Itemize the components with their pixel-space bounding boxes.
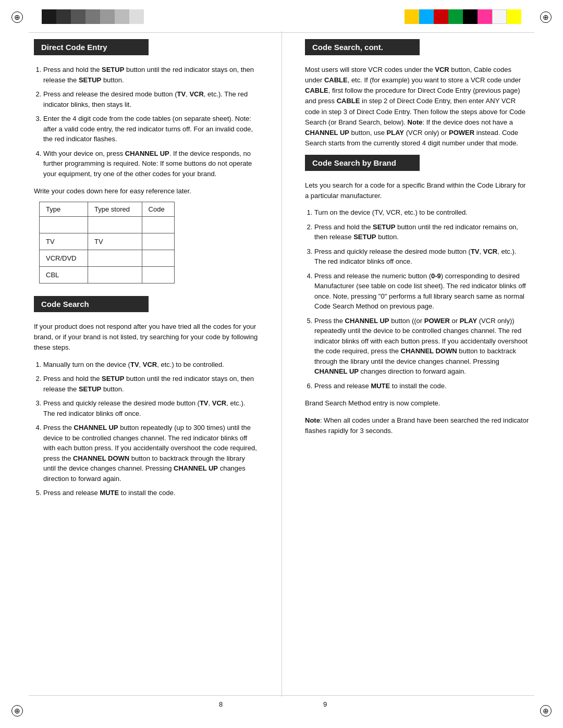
color-swatch xyxy=(448,9,463,24)
color-swatch xyxy=(405,9,419,24)
section-title-code-search: Code Search xyxy=(41,300,89,309)
reg-mark-br: ⊕ xyxy=(540,705,552,717)
color-swatch xyxy=(56,9,71,24)
section-title-direct-code-entry: Direct Code Entry xyxy=(41,43,107,52)
section-code-search: Code Search If your product does not res… xyxy=(34,296,258,498)
table-row: VCR/DVD xyxy=(40,250,175,267)
list-item: Manually turn on the device (TV, VCR, et… xyxy=(43,360,258,370)
list-item: Press the CHANNEL UP button ((or POWER o… xyxy=(314,316,529,377)
page-number-left: 8 xyxy=(219,700,223,708)
table-cell-vcr-stored xyxy=(88,250,142,267)
code-table-intro: Write your codes down here for easy refe… xyxy=(34,186,258,196)
page-number-right: 9 xyxy=(323,700,327,708)
table-row: CBL xyxy=(40,267,175,283)
table-cell-cbl-code xyxy=(142,267,174,283)
list-item: Press and quickly release the desired mo… xyxy=(43,398,258,418)
right-column: Code Search, cont. Most users will store… xyxy=(282,0,563,728)
color-swatch xyxy=(478,9,492,24)
table-cell-cbl: CBL xyxy=(40,267,88,283)
list-item: With your device on, press CHANNEL UP. I… xyxy=(43,149,258,179)
section-header-code-search-cont: Code Search, cont. xyxy=(305,39,420,55)
section-header-code-search-brand: Code Search by Brand xyxy=(305,155,420,171)
table-cell-vcr: VCR/DVD xyxy=(40,250,88,267)
list-item: Press and quickly release the desired mo… xyxy=(314,246,529,267)
table-cell-tv-stored: TV xyxy=(88,233,142,250)
section-direct-code-entry: Direct Code Entry Press and hold the SET… xyxy=(34,39,258,283)
color-swatch xyxy=(507,9,521,24)
color-swatch xyxy=(419,9,434,24)
table-cell-cbl-stored xyxy=(88,267,142,283)
color-bar-right xyxy=(405,9,521,24)
section-title-code-search-cont: Code Search, cont. xyxy=(312,43,383,52)
brand-search-outro1: Brand Search Method entry is now complet… xyxy=(305,398,529,409)
page-num-left-value: 8 xyxy=(219,700,223,708)
list-item: Press and release the numeric button (0-… xyxy=(314,271,529,312)
list-item: Press and hold the SETUP button until th… xyxy=(43,374,258,394)
code-search-brand-intro: Lets you search for a code for a specifi… xyxy=(305,180,529,201)
code-search-steps: Manually turn on the device (TV, VCR, et… xyxy=(34,360,258,498)
list-item: Press and release the desired mode butto… xyxy=(43,89,258,109)
page-divider xyxy=(282,31,282,697)
code-reference-table: Type Type stored Code TV TV xyxy=(39,202,175,283)
table-cell xyxy=(40,217,88,233)
code-search-brand-steps: Turn on the device (TV, VCR, etc.) to be… xyxy=(305,207,529,391)
table-cell xyxy=(88,217,142,233)
list-item: Press and hold the SETUP button until th… xyxy=(43,65,258,85)
reg-mark-tl: ⊕ xyxy=(11,11,23,23)
code-search-intro: If your product does not respond after y… xyxy=(34,322,258,353)
section-title-code-search-brand: Code Search by Brand xyxy=(312,158,396,167)
table-header-type: Type xyxy=(40,202,88,217)
list-item: Press and hold the SETUP button until th… xyxy=(314,222,529,242)
table-cell-tv-code xyxy=(142,233,174,250)
table-row: TV TV xyxy=(40,233,175,250)
color-swatch xyxy=(42,9,56,24)
table-cell-vcr-code xyxy=(142,250,174,267)
color-swatch xyxy=(492,9,507,24)
direct-code-entry-steps: Press and hold the SETUP button until th… xyxy=(34,65,258,179)
table-cell xyxy=(142,217,174,233)
code-search-cont-body: Most users will store VCR codes under th… xyxy=(305,65,529,149)
color-swatch xyxy=(71,9,85,24)
section-code-search-brand: Code Search by Brand Lets you search for… xyxy=(305,155,529,436)
color-swatch xyxy=(100,9,115,24)
color-swatch xyxy=(115,9,129,24)
table-cell-tv: TV xyxy=(40,233,88,250)
list-item: Press and release MUTE to install the co… xyxy=(43,488,258,498)
table-header-row: Type Type stored Code xyxy=(40,202,175,217)
left-column: Direct Code Entry Press and hold the SET… xyxy=(0,0,282,728)
section-code-search-cont: Code Search, cont. Most users will store… xyxy=(305,39,529,149)
color-swatch xyxy=(434,9,448,24)
brand-search-outro2: Note: When all codes under a Brand have … xyxy=(305,415,529,436)
section-header-direct-code-entry: Direct Code Entry xyxy=(34,39,149,55)
list-item: Press and release MUTE to install the co… xyxy=(314,381,529,391)
reg-mark-tr: ⊕ xyxy=(540,11,552,23)
page-container: ⊕ ⊕ ⊕ ⊕ Direct Code Entry xyxy=(0,0,563,728)
table-row xyxy=(40,217,175,233)
list-item: Press the CHANNEL UP button repeatedly (… xyxy=(43,423,258,484)
table-header-code: Code xyxy=(142,202,174,217)
table-header-type-stored: Type stored xyxy=(88,202,142,217)
page-num-right-value: 9 xyxy=(323,700,327,708)
section-header-code-search: Code Search xyxy=(34,296,149,312)
reg-mark-bl: ⊕ xyxy=(11,705,23,717)
color-bar-left xyxy=(42,9,144,24)
color-swatch xyxy=(85,9,100,24)
color-swatch xyxy=(463,9,478,24)
list-item: Turn on the device (TV, VCR, etc.) to be… xyxy=(314,207,529,218)
color-swatch xyxy=(129,9,144,24)
list-item: Enter the 4 digit code from the code tab… xyxy=(43,114,258,144)
